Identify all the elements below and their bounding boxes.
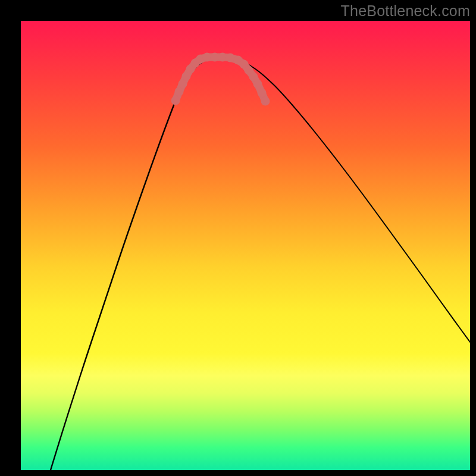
marker-dot (258, 89, 267, 98)
marker-dot (261, 97, 270, 106)
chart-svg (21, 21, 470, 470)
plot-area (21, 21, 470, 470)
chart-frame: TheBottleneck.com (0, 0, 476, 476)
marker-dot (171, 96, 180, 105)
marker-dot (203, 53, 212, 62)
marker-dot (253, 80, 262, 89)
marker-dot (226, 54, 235, 62)
marker-dot (178, 80, 187, 89)
curve-left-curve (51, 58, 208, 470)
marker-dot (211, 53, 220, 62)
marker-dot (218, 53, 227, 62)
marker-dot (175, 87, 184, 96)
watermark-text: TheBottleneck.com (341, 2, 470, 20)
